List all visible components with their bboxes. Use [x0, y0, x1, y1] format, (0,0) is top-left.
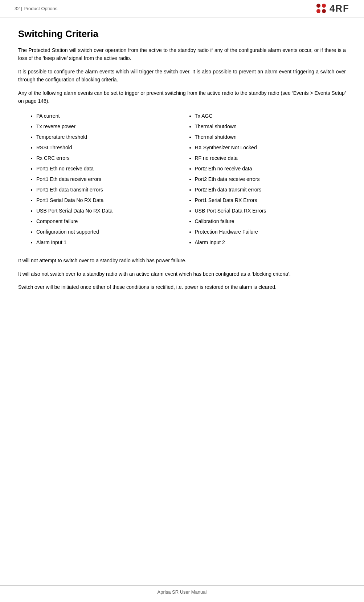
logo: 4RF	[316, 3, 349, 14]
bullet-list-container: PA current Tx reverse power Temperature …	[29, 112, 346, 249]
list-item: Port1 Serial Data No RX Data	[36, 197, 188, 204]
right-column: Tx AGC Thermal shutdown Thermal shutdown…	[188, 112, 346, 249]
paragraph-6: Switch over will be initiated once eithe…	[18, 283, 346, 291]
paragraph-5: It will also not switch over to a standb…	[18, 270, 346, 278]
left-list: PA current Tx reverse power Temperature …	[29, 112, 188, 246]
dot-tl	[316, 4, 320, 8]
list-item: RX Synthesizer Not Locked	[195, 144, 346, 151]
list-item: USB Port Serial Data RX Errors	[195, 207, 346, 215]
list-item: Alarm Input 1	[36, 239, 188, 246]
list-item: Port1 Eth no receive data	[36, 165, 188, 173]
list-item: Port1 Eth data receive errors	[36, 175, 188, 183]
list-item: Temperature threshold	[36, 133, 188, 141]
page-footer: Aprisa SR User Manual	[0, 585, 364, 595]
footer-text: Aprisa SR User Manual	[158, 589, 207, 595]
breadcrumb: 32 | Product Options	[15, 6, 57, 11]
list-item: Alarm Input 2	[195, 239, 346, 246]
list-item: USB Port Serial Data No RX Data	[36, 207, 188, 215]
page-title: Switching Criteria	[18, 28, 346, 40]
left-column: PA current Tx reverse power Temperature …	[29, 112, 188, 249]
list-item: Port1 Serial Data RX Errors	[195, 197, 346, 204]
logo-icon	[316, 4, 327, 14]
list-item: Tx AGC	[195, 112, 346, 120]
main-content: Switching Criteria The Protected Station…	[0, 17, 364, 318]
right-list: Tx AGC Thermal shutdown Thermal shutdown…	[188, 112, 346, 246]
list-item: Protection Hardware Failure	[195, 228, 346, 236]
list-item: Thermal shutdown	[195, 133, 346, 141]
paragraph-1: The Protected Station will switch over o…	[18, 46, 346, 62]
list-item: Port2 Eth data transmit errors	[195, 186, 346, 194]
list-item: Component failure	[36, 218, 188, 225]
logo-text: 4RF	[330, 3, 349, 14]
paragraph-4: It will not attempt to switch over to a …	[18, 256, 346, 264]
list-item: Thermal shutdown	[195, 123, 346, 130]
list-item: Port1 Eth data transmit errors	[36, 186, 188, 194]
list-item: Calibration failure	[195, 218, 346, 225]
list-item: Tx reverse power	[36, 123, 188, 130]
dot-tr	[322, 4, 326, 8]
list-item: RF no receive data	[195, 154, 346, 162]
paragraph-2: It is possible to configure the alarm ev…	[18, 68, 346, 84]
paragraph-3: Any of the following alarm events can be…	[18, 89, 346, 105]
list-item: RSSI Threshold	[36, 144, 188, 151]
list-item: Configuration not supported	[36, 228, 188, 236]
dot-br	[322, 9, 326, 13]
list-item: Port2 Eth no receive data	[195, 165, 346, 173]
list-item: Rx CRC errors	[36, 154, 188, 162]
list-item: Port2 Eth data receive errors	[195, 175, 346, 183]
page-header: 32 | Product Options 4RF	[0, 0, 364, 17]
dot-bl	[316, 9, 320, 13]
list-item: PA current	[36, 112, 188, 120]
